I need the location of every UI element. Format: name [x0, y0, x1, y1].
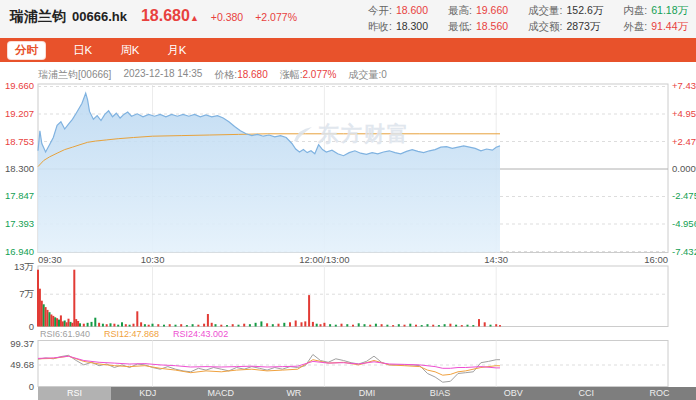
stat-value: 19.660 [476, 4, 508, 17]
stat-row: 昨收:18.300 [368, 20, 428, 33]
stat-row: 今开:18.600 [368, 4, 428, 17]
stat-row: 最低:18.560 [448, 20, 508, 33]
quote-stats: 今开:18.600昨收:18.300最高:19.660最低:18.560成交量:… [368, 4, 688, 33]
rsi-axis-label: 0 [0, 382, 34, 392]
volume-axis-label: 0 [0, 322, 34, 332]
price-change-pct: +2.077% [255, 11, 297, 23]
indicator-tab-rsi[interactable]: RSI [38, 387, 111, 400]
price-axis-label: 17.847 [0, 191, 34, 201]
indicator-tabbar: RSIKDJMACDWRDMIBIASOBVCCIROC [38, 387, 696, 400]
stat-value: 91.44万 [651, 20, 688, 33]
time-axis-label: 09:30 [38, 254, 62, 265]
rsi-legend-rsi12: RSI12:47.868 [104, 329, 159, 339]
tab-daily-k[interactable]: 日K [73, 43, 92, 58]
stat-value: 18.600 [396, 4, 428, 17]
stat-column: 今开:18.600昨收:18.300 [368, 4, 428, 33]
stat-column: 成交量:152.6万成交额:2873万 [528, 4, 603, 33]
stat-value: 2873万 [567, 20, 601, 33]
stock-chart-app: 瑞浦兰钧 00666.hk 18.680▲ +0.380 +2.077% 今开:… [0, 0, 696, 400]
price-axis-label: 18.753 [0, 137, 34, 147]
volume-axis-label: 13万 [0, 262, 34, 272]
price-axis-label: 17.393 [0, 219, 34, 229]
pct-axis-label: +7.432% [672, 81, 696, 91]
stock-code: 00666.hk [72, 9, 127, 24]
rsi-legend: RSI6:61.940RSI12:47.868RSI24:43.002 [40, 329, 228, 339]
period-tabbar: 分时日K周K月K [0, 38, 696, 62]
pct-axis-label: -4.956% [672, 219, 696, 229]
rsi-legend-rsi24: RSI24:43.002 [173, 329, 228, 339]
up-arrow-icon: ▲ [190, 13, 199, 23]
stat-value: 18.300 [396, 20, 428, 33]
tab-minute[interactable]: 分时 [8, 42, 45, 59]
stat-row: 成交量:152.6万 [528, 4, 603, 17]
rsi-axis-label: 49.68 [0, 360, 34, 370]
pct-axis-label: +2.475% [672, 137, 696, 147]
rsi-axis-label: 99.37 [0, 339, 34, 349]
stat-label: 昨收: [368, 20, 392, 33]
rsi-legend-rsi6: RSI6:61.940 [40, 329, 90, 339]
stat-row: 最高:19.660 [448, 4, 508, 17]
current-price: 18.680▲ [141, 7, 199, 25]
volume-axis-label: 7万 [0, 289, 34, 299]
stat-value: 61.18万 [651, 4, 688, 17]
stat-label: 成交量: [528, 4, 562, 17]
indicator-tab-roc[interactable]: ROC [623, 387, 696, 400]
stat-row: 外盘:91.44万 [623, 20, 688, 33]
stat-label: 内盘: [623, 4, 647, 17]
price-axis-label: 18.300 [0, 164, 34, 174]
stat-column: 最高:19.660最低:18.560 [448, 4, 508, 33]
stat-label: 外盘: [623, 20, 647, 33]
time-axis-label: 14:30 [484, 254, 508, 265]
stat-label: 成交额: [528, 20, 562, 33]
indicator-tab-dmi[interactable]: DMI [330, 387, 403, 400]
indicator-tab-macd[interactable]: MACD [184, 387, 257, 400]
indicator-tab-obv[interactable]: OBV [477, 387, 550, 400]
indicator-tab-kdj[interactable]: KDJ [111, 387, 184, 400]
pct-axis-label: -2.475% [672, 191, 696, 201]
stat-label: 今开: [368, 4, 392, 17]
time-axis-label: 12:00/13:00 [299, 254, 349, 265]
time-axis-label: 10:30 [141, 254, 165, 265]
chart-area: 瑞浦兰钧[00666] 2023-12-18 14:35 价格:18.680 涨… [0, 62, 696, 400]
pct-axis-label: 0.000% [672, 164, 696, 174]
time-axis-label: 16:00 [644, 254, 668, 265]
price-change: +0.380 [211, 11, 243, 23]
header: 瑞浦兰钧 00666.hk 18.680▲ +0.380 +2.077% 今开:… [0, 0, 696, 38]
price-axis-label: 16.940 [0, 247, 34, 257]
stat-label: 最低: [448, 20, 472, 33]
pct-axis-label: -7.432% [672, 247, 696, 257]
intraday-chart-canvas[interactable] [0, 62, 696, 400]
tab-monthly-k[interactable]: 月K [167, 43, 186, 58]
stat-row: 内盘:61.18万 [623, 4, 688, 17]
stat-label: 最高: [448, 4, 472, 17]
pct-axis-label: +4.956% [672, 109, 696, 119]
stock-name: 瑞浦兰钧 [10, 8, 66, 26]
price-axis-label: 19.207 [0, 109, 34, 119]
stat-row: 成交额:2873万 [528, 20, 603, 33]
price-axis-label: 19.660 [0, 81, 34, 91]
indicator-tab-wr[interactable]: WR [257, 387, 330, 400]
indicator-tab-bias[interactable]: BIAS [404, 387, 477, 400]
tab-weekly-k[interactable]: 周K [120, 43, 139, 58]
stat-column: 内盘:61.18万外盘:91.44万 [623, 4, 688, 33]
stat-value: 152.6万 [567, 4, 604, 17]
stat-value: 18.560 [476, 20, 508, 33]
indicator-tab-cci[interactable]: CCI [550, 387, 623, 400]
